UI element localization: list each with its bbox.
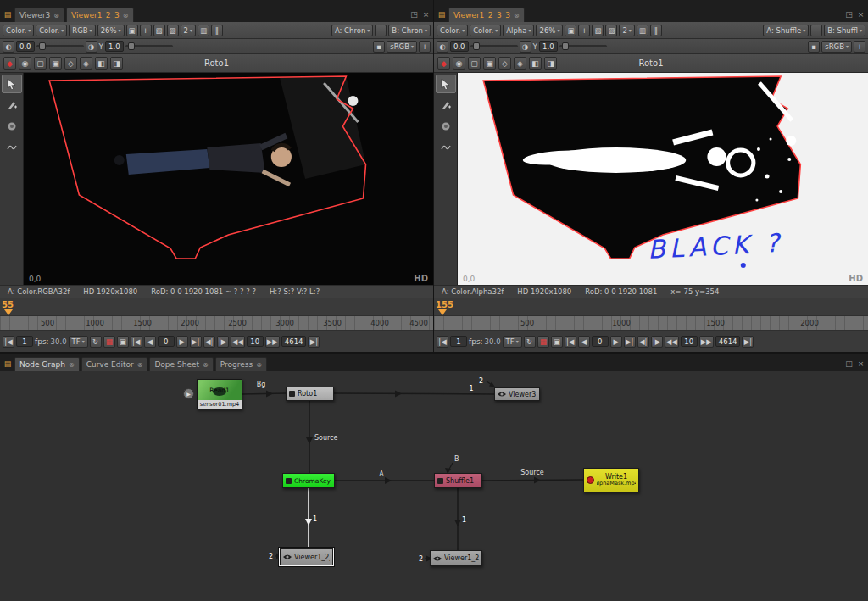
viewer-lut-dropdown[interactable]: sRGB (821, 41, 852, 53)
feather-tool[interactable] (2, 117, 22, 136)
prev-frame-button[interactable]: ◀| (637, 336, 649, 348)
play-backward-button[interactable]: ◀ (578, 336, 590, 348)
goto-end-button[interactable]: ▶| (742, 336, 754, 348)
gain-slider[interactable] (470, 45, 518, 47)
select-tool[interactable] (436, 75, 456, 93)
pane-menu-icon[interactable]: ▤ (3, 359, 13, 369)
tab-node-graph[interactable]: Node Graph ⊗ (14, 357, 80, 371)
gain-slider[interactable] (36, 45, 84, 47)
play-backward-button[interactable]: ◀ (144, 336, 156, 348)
autokey-icon[interactable]: ◆ (437, 57, 450, 70)
viewer-lut-dropdown[interactable]: sRGB (387, 41, 417, 53)
ab-blend-button[interactable]: - (375, 25, 387, 36)
timeline-range-dropdown[interactable]: TF (69, 336, 88, 348)
pane-menu-icon[interactable]: ▤ (3, 9, 13, 19)
tab-close-icon[interactable]: ⊗ (514, 12, 520, 19)
node-shuffle1[interactable]: Shuffle1 (434, 473, 482, 488)
goto-start-button[interactable]: |◀ (437, 336, 448, 348)
goto-start-button[interactable]: |◀ (3, 336, 14, 348)
roto-marquee-icon[interactable]: ▢ (34, 57, 47, 70)
smooth-tool[interactable] (2, 138, 22, 157)
gain-wheel-icon[interactable]: ◐ (3, 41, 14, 53)
lock-icon[interactable]: ▣ (565, 25, 576, 36)
gamma-field[interactable]: 1.0 (105, 41, 124, 52)
float-pane-icon[interactable]: ◳ (409, 10, 419, 19)
next-keyframe-button[interactable]: ▶▶ (699, 336, 714, 348)
roto-order-down-icon[interactable]: ◨ (544, 57, 557, 70)
node-viewer1-2-3[interactable]: Viewer1_2_3 (280, 548, 333, 565)
right-viewport[interactable]: BLACK ? 0,0 HD (434, 73, 868, 285)
goto-first-frame-button[interactable]: |◀ (565, 336, 576, 348)
gamma-slider[interactable] (559, 45, 607, 47)
left-timeline-ruler[interactable]: 500 1000 1500 2000 2500 3000 3500 4000 4… (0, 315, 433, 331)
float-pane-icon[interactable]: ◳ (844, 359, 854, 368)
tab-viewer1-2-3[interactable]: Viewer1_2_3 ⊗ (66, 8, 133, 22)
channel-dropdown[interactable]: RGB (69, 25, 95, 36)
background-swatch-icon[interactable]: ▪ (373, 41, 385, 53)
flipbook-icon[interactable]: ▥ (637, 25, 648, 36)
next-frame-button[interactable]: |▶ (651, 336, 663, 348)
edge-roto1-viewer3[interactable] (334, 393, 494, 394)
gamma-field[interactable]: 1.0 (539, 41, 558, 52)
tab-dope-sheet[interactable]: Dope Sheet ⊗ (149, 357, 213, 371)
node-graph-canvas[interactable]: Bg 1 2 Source A B (0, 371, 868, 601)
tab-viewer3[interactable]: Viewer3 ⊗ (14, 8, 64, 22)
roto-stamp-icon[interactable]: ▣ (483, 57, 496, 70)
roto-order-up-icon[interactable]: ◧ (95, 57, 108, 70)
tab-close-icon[interactable]: ⊗ (256, 361, 262, 369)
gain-field[interactable]: 0.0 (450, 41, 469, 52)
prev-keyframe-button[interactable]: ◀◀ (231, 336, 245, 348)
next-keyframe-button[interactable]: ▶▶ (265, 336, 280, 348)
roto-stamp-icon[interactable]: ▣ (49, 57, 62, 70)
gain-field[interactable]: 0.0 (16, 41, 35, 52)
current-frame-field[interactable]: 1 (16, 336, 33, 347)
add-points-tool[interactable] (2, 96, 22, 114)
roto-shape-icon[interactable]: ◇ (64, 57, 77, 70)
goto-end-button[interactable]: ▶| (308, 336, 320, 348)
feather-tool[interactable] (436, 117, 456, 136)
left-playhead-row[interactable]: 55 (0, 298, 433, 315)
range-in-field[interactable]: 0 (592, 336, 609, 347)
smooth-tool[interactable] (436, 138, 456, 157)
proxy-mode-icon[interactable]: ▨ (605, 25, 617, 36)
roto-order-up-icon[interactable]: ◧ (529, 57, 542, 70)
roto-view-icon[interactable]: ◉ (19, 57, 31, 70)
gamma-wheel-icon[interactable]: ◑ (86, 41, 97, 53)
timeline-range-dropdown[interactable]: TF (503, 336, 522, 348)
channelset-dropdown[interactable]: Color. (437, 25, 468, 36)
loop-mode-button[interactable]: ↻ (524, 336, 536, 348)
goto-last-frame-button[interactable]: ▶| (624, 336, 636, 348)
gain-wheel-icon[interactable]: ◐ (437, 41, 448, 53)
sample-crosshair-icon[interactable]: + (419, 41, 431, 53)
flipbook-icon[interactable]: ▥ (198, 25, 209, 36)
select-tool[interactable] (2, 75, 22, 93)
proxy-toggle-icon[interactable]: ▧ (153, 25, 165, 36)
add-icon[interactable]: + (140, 25, 152, 36)
close-pane-icon[interactable]: × (856, 359, 865, 368)
gamma-wheel-icon[interactable]: ◑ (520, 41, 531, 53)
frame-increment-field[interactable]: 10 (681, 336, 698, 347)
lock-range-button[interactable]: ▣ (117, 336, 129, 348)
a-input-dropdown[interactable]: A: Chron (331, 25, 373, 36)
add-points-tool[interactable] (436, 96, 456, 114)
range-out-field[interactable]: 4614 (715, 336, 741, 347)
roto-view-icon[interactable]: ◉ (453, 57, 465, 70)
tab-close-icon[interactable]: ⊗ (203, 361, 209, 369)
prev-frame-button[interactable]: ◀| (203, 336, 215, 348)
flipbook-record-button[interactable]: ▦ (537, 336, 549, 348)
roto-shape-icon[interactable]: ◇ (498, 57, 511, 70)
current-frame-field[interactable]: 1 (450, 336, 467, 347)
sample-crosshair-icon[interactable]: + (854, 41, 865, 53)
node-read1[interactable]: Read1 sensor01.mp4 (197, 379, 242, 409)
channel-dropdown[interactable]: Alpha (503, 25, 534, 36)
b-input-dropdown[interactable]: B: Shuffl (824, 25, 865, 36)
tab-close-icon[interactable]: ⊗ (137, 361, 143, 369)
downrez-dropdown[interactable]: 2 (619, 25, 634, 36)
node-write1[interactable]: Write1 (alphaMask.mp4) (583, 468, 639, 492)
zoom-dropdown[interactable]: 26% (97, 25, 125, 36)
goto-first-frame-button[interactable]: |◀ (131, 336, 142, 348)
roto-marquee-icon[interactable]: ▢ (468, 57, 481, 70)
right-playhead-row[interactable]: 155 (434, 298, 868, 315)
play-forward-button[interactable]: ▶ (176, 336, 188, 348)
loop-mode-button[interactable]: ↻ (90, 336, 102, 348)
